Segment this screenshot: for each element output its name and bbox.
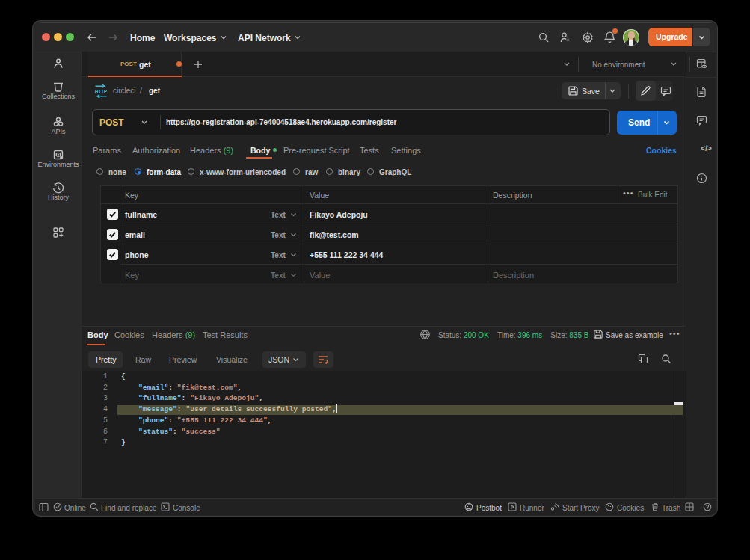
svg-text:HTTP: HTTP (95, 89, 108, 94)
